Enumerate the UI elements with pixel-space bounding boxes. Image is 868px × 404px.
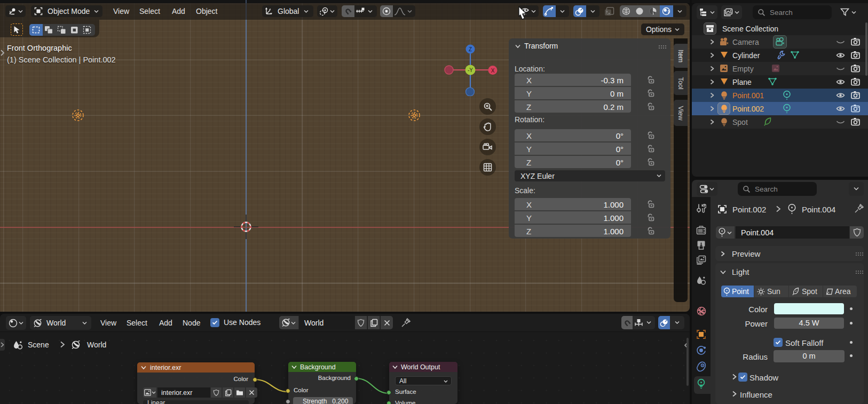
svg-text:X: X: [491, 68, 495, 74]
svg-text:Z: Z: [469, 46, 472, 52]
svg-text:-Y: -Y: [468, 67, 473, 73]
